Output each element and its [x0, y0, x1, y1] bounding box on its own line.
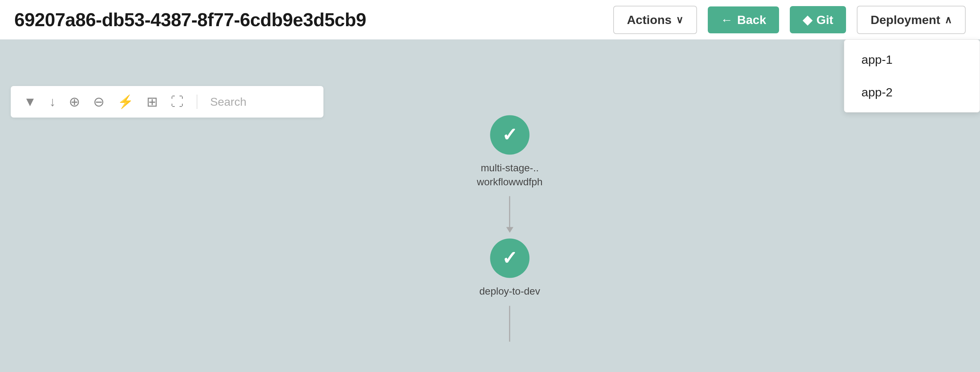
connector-line-1 [509, 196, 511, 229]
node-circle-1[interactable]: ✓ [490, 115, 530, 155]
check-icon-2: ✓ [502, 247, 517, 269]
header: 69207a86-db53-4387-8f77-6cdb9e3d5cb9 Act… [0, 0, 980, 40]
zoom-out-icon[interactable]: ⊖ [93, 94, 105, 110]
fullscreen-icon[interactable]: ⛶ [171, 94, 184, 109]
deployment-dropdown: app-1 app-2 [844, 40, 980, 113]
chevron-up-icon: ∧ [945, 14, 952, 26]
git-label: Git [816, 13, 833, 27]
back-button[interactable]: ← Back [708, 6, 779, 34]
chevron-down-icon: ∨ [676, 14, 683, 26]
node-circle-2[interactable]: ✓ [490, 239, 530, 278]
check-icon-1: ✓ [502, 124, 517, 145]
workflow-graph: ✓ multi-stage-.. workflowwdfph ✓ deploy-… [477, 115, 542, 342]
flash-icon[interactable]: ⚡ [118, 94, 134, 109]
sort-icon[interactable]: ↓ [49, 94, 56, 109]
connector-line-2 [509, 306, 511, 342]
zoom-in-icon[interactable]: ⊕ [69, 94, 80, 110]
back-arrow-icon: ← [721, 13, 733, 27]
run-id: 69207a86-db53-4387-8f77-6cdb9e3d5cb9 [14, 9, 603, 30]
layout-icon[interactable]: ⊞ [146, 94, 158, 110]
node-label-2: deploy-to-dev [479, 284, 540, 299]
node-label-1: multi-stage-.. workflowwdfph [477, 161, 542, 189]
actions-button[interactable]: Actions ∨ [613, 6, 697, 34]
filter-icon[interactable]: ▼ [24, 94, 37, 109]
node-deploy-to-dev: ✓ deploy-to-dev [479, 239, 540, 299]
toolbar: ▼ ↓ ⊕ ⊖ ⚡ ⊞ ⛶ [11, 86, 323, 118]
deployment-option-app1[interactable]: app-1 [844, 43, 980, 76]
deployment-label: Deployment [870, 13, 940, 27]
back-label: Back [737, 13, 766, 27]
actions-label: Actions [627, 13, 671, 27]
git-diamond-icon: ◆ [803, 13, 812, 27]
search-input[interactable] [210, 95, 310, 109]
node-multi-stage: ✓ multi-stage-.. workflowwdfph [477, 115, 542, 189]
deployment-button[interactable]: Deployment ∧ [857, 6, 966, 34]
deployment-option-app2[interactable]: app-2 [844, 76, 980, 109]
git-button[interactable]: ◆ Git [790, 6, 846, 34]
toolbar-divider [197, 94, 197, 109]
workflow-canvas: ▼ ↓ ⊕ ⊖ ⚡ ⊞ ⛶ ✓ multi-stage-.. workfloww… [0, 40, 980, 372]
